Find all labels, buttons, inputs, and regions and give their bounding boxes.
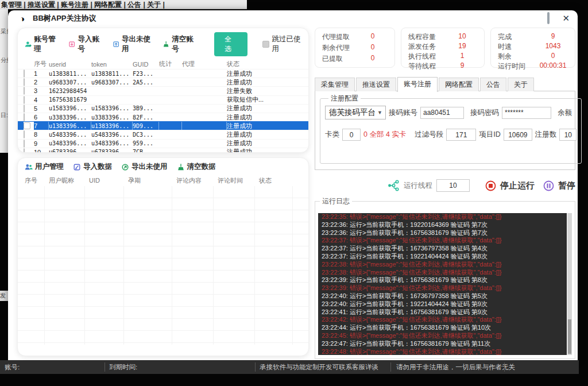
run-controls: 运行线程 停止运行 暂停 [315,177,575,194]
table-row[interactable]: 2 u9683307... u9683307... 2A5... 注册成功 [18,78,308,86]
table-row[interactable]: 8 u5483396... u5483396... DC3... 注册成功 [18,130,308,138]
person-icon [25,40,32,48]
table-row[interactable]: 6 u3383396... u3383396... 82F... 注册成功 [18,113,308,121]
status-bar: 账号: 到期时间: 承接软件与功能定制开发可联系客服详谈 请勿用于非法用途，一切… [0,360,579,374]
stop-icon [485,180,496,191]
table-row[interactable]: 4 16756381679 获取短信中... [18,95,308,104]
export-unused-button[interactable]: 导出未使用 [113,34,153,54]
select-all-button[interactable]: 全选 [214,32,247,56]
maximize-button[interactable] [547,13,550,24]
table-row[interactable]: 10 u6783396... u6783396... 7CB... 注册成功 [18,148,308,153]
row-checkbox[interactable] [24,122,30,129]
skip-used-checkbox[interactable]: 跳过已使用 [262,34,303,54]
log-line: 23:22:47: 运行>当前获取手机：16756381679 验证码 第11次 [322,340,563,348]
tab-network[interactable]: 网络配置 [439,78,479,91]
checkbox-icon [262,41,269,48]
background-menu-strip: 集管理 | 推送设置 | 账号注册 | 网络配置 | 公告 | 关于 | [0,0,247,9]
clear-data-button[interactable]: 清空数据 [177,162,216,172]
clear-accounts-button[interactable]: 清空账号 [163,34,197,54]
log-line: 23:22:37: 运行>当前获取手机：16736797358 验证码 第4次 [322,245,563,253]
export-unused-data-button[interactable]: 导出未使用 [121,162,168,172]
share-nodes-icon [387,179,400,192]
balance-label: 余额 [558,108,572,118]
tab-about[interactable]: 关于 [508,78,534,91]
thread-count-input[interactable] [436,179,470,192]
export-icon [113,40,119,48]
status-contact: 承接软件与功能定制开发可联系客服详谈 [260,360,378,374]
sms-password-input[interactable] [502,107,551,119]
tab-push[interactable]: 推送设置 [356,78,396,91]
status-expire: 到期时间: [109,360,137,374]
row-checkbox[interactable] [24,130,25,138]
filter-label: 过滤号段 [415,130,443,140]
log-line: 23:22:41: 运行>当前获取手机：16756381679 验证码 第9次 [322,308,563,316]
import-data-button[interactable]: 导入数据 [73,162,112,172]
row-checkbox[interactable] [24,105,25,113]
table-row-selected[interactable]: 7 u1383396... u1383396... 9D9... 注册成功 [18,121,308,130]
stat-card-proxy: 代理提取0 剩余代理0 已提取0 [315,28,395,68]
card-type-hint: 0 全部 4 实卡 [363,130,406,140]
window-title: BB树APP关注协议 [33,13,96,24]
row-checkbox[interactable] [24,140,25,148]
tab-register[interactable]: 账号注册 [397,77,438,92]
stat-value: 19 [447,42,477,52]
tab-notice[interactable]: 公告 [480,78,506,91]
pause-button[interactable]: 暂停 [558,180,575,191]
row-checkbox[interactable] [24,70,25,78]
table-row[interactable]: 9 u3483396... u3483396... 959... 注册成功 [18,139,308,148]
stat-value: 1043 [538,42,568,52]
stat-value: 9 [538,32,568,42]
table-row[interactable]: 1 u1383811... u1383811... F23... 注册成功 [18,69,308,78]
log-line: 23:22:37: 错误>{"message":"短信还未到达,请继续获取","… [322,237,563,245]
log-line: 23:22:40: 运行>当前获取手机：16736797358 验证码 第5次 [322,292,563,300]
log-line: 23:22:35: 错误>{"message":"短信还未到达,请继续获取","… [322,213,563,221]
broom-icon [163,40,169,48]
card-type-input[interactable] [342,129,361,141]
run-log-legend: 运行日志 [320,196,352,206]
project-id-input[interactable] [504,129,532,141]
stat-card-threads: 线程容量10 派发任务19 执行线程1 等待线程9 [401,28,485,68]
stat-card-run: 完成9 时速1043 剩余0 运行时间00:00:31 [490,28,575,68]
platform-select[interactable]: 德芙接码平台 ▼ [325,106,386,119]
settings-tabstrip: 采集管理 推送设置 账号注册 网络配置 公告 关于 [315,80,535,91]
log-line: 23:22:38: 错误>{"message":"短信还未到达,请继续获取","… [322,261,563,269]
account-manage-button[interactable]: 账号管理 [25,34,59,54]
card-type-label: 卡类 [325,130,339,140]
background-fragment: 采纟 [1,28,8,36]
log-output: 23:22:35: 错误>{"message":"短信还未到达,请继续获取","… [318,213,567,355]
account-table-header: 序号 userid token GUID 统计 代理 状态 [18,59,308,69]
sms-account-input[interactable] [420,107,464,119]
log-line: 23:22:39: 运行>当前获取手机：16756381679 验证码 第8次 [322,276,563,284]
row-checkbox[interactable] [24,96,25,104]
table-row[interactable]: 5 u1583396... u1583396... 3B9... 注册成功 [18,104,308,113]
project-id-label: 项目ID [479,130,501,140]
row-checkbox[interactable] [24,78,25,86]
user-manage-button[interactable]: 用户管理 [25,162,64,172]
import-accounts-button[interactable]: 导入账号 [68,34,103,54]
log-scrollbar[interactable] [567,213,572,355]
background-left-strip: 采纟 分丝 日: [0,9,8,153]
stat-value: 1 [447,52,477,61]
account-panel: 账号管理 导入账号 导出未使用 清空账号 全选 跳过已使用 序号 [17,28,309,153]
import-icon [68,40,75,48]
register-tab-panel: 注册配置 德芙接码平台 ▼ 接码账号 接码密码 余额 卡类 0 全部 4 实卡 … [315,91,575,170]
register-count-input[interactable] [559,129,577,141]
row-checkbox[interactable] [24,148,25,153]
log-line: 23:22:36: 运行>当前获取手机：16756381679 验证码 第7次 [322,229,563,237]
close-button[interactable]: ✕ [562,14,570,22]
row-checkbox[interactable] [24,87,25,95]
pause-icon [543,180,554,191]
broom-icon [177,163,185,171]
stat-value: 0 [538,52,568,61]
tab-collect[interactable]: 采集管理 [315,78,355,91]
background-fragment: 分丝 [1,56,8,64]
stop-button[interactable]: 停止运行 [500,180,535,191]
log-line: 23:22:48: 错误>{"message":"短信还未到达,请继续获取","… [322,348,563,355]
row-checkbox[interactable] [24,113,25,121]
log-line: 23:22:40: 运行>当前获取手机：19221404424 验证码 第9次 [322,300,563,308]
table-row[interactable]: 3 16232988454 注册失败 [18,86,308,95]
run-log-group: 运行日志 23:22:35: 错误>{"message":"短信还未到达,请继续… [315,196,575,359]
stat-value: 0 [358,32,388,42]
stat-value: 0 [358,54,388,64]
filter-input[interactable] [446,129,476,141]
